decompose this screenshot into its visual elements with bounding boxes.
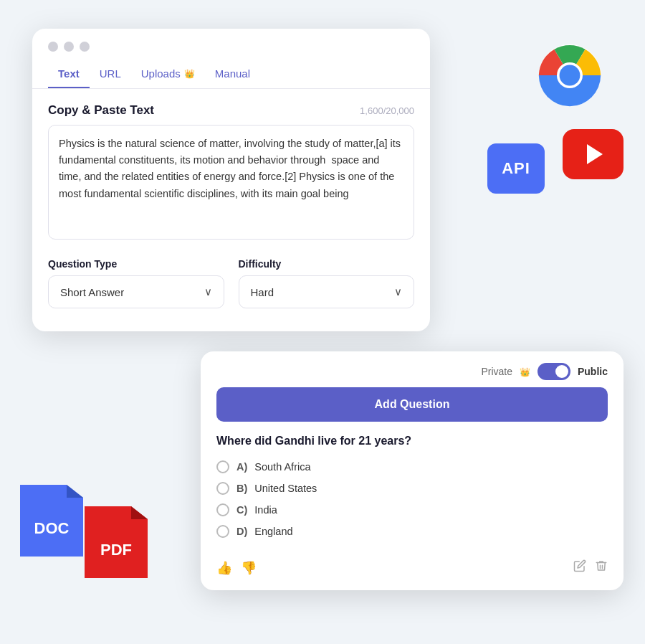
quiz-question-text: Where did Gandhi live for 21 years? <box>201 435 624 456</box>
dot-green <box>80 42 90 52</box>
delete-icon[interactable] <box>595 559 608 576</box>
tab-text[interactable]: Text <box>48 62 90 88</box>
thumbs-up-icon[interactable]: 👍 <box>216 560 232 576</box>
titlebar <box>32 29 430 62</box>
char-count: 1,600/20,000 <box>360 105 414 116</box>
tab-url[interactable]: URL <box>90 62 131 88</box>
quiz-option-c[interactable]: C) India <box>201 499 624 521</box>
private-crown-icon <box>520 366 530 377</box>
chrome-icon <box>538 43 602 108</box>
api-badge: API <box>487 143 545 194</box>
radio-b[interactable] <box>216 482 229 495</box>
difficulty-group: Difficulty Hard ∨ <box>239 258 415 308</box>
question-type-select[interactable]: Short Answer ∨ <box>48 275 224 308</box>
svg-text:PDF: PDF <box>100 541 132 559</box>
svg-marker-4 <box>67 485 83 498</box>
youtube-play-icon <box>587 144 603 164</box>
thumbs-down-icon[interactable]: 👎 <box>241 560 257 576</box>
quiz-reaction-icons: 👍 👎 <box>216 560 257 576</box>
tab-manual[interactable]: Manual <box>205 62 260 88</box>
quiz-options: A) South Africa B) United States C) Indi… <box>201 456 624 542</box>
card-body: Copy & Paste Text 1,600/20,000 Physics i… <box>32 103 430 308</box>
private-label: Private <box>481 366 512 377</box>
difficulty-select[interactable]: Hard ∨ <box>239 275 415 308</box>
visibility-toggle[interactable] <box>538 363 570 380</box>
dot-yellow <box>64 42 74 52</box>
quiz-action-icons <box>573 559 608 576</box>
quiz-option-b[interactable]: B) United States <box>201 478 624 499</box>
svg-text:DOC: DOC <box>34 519 70 537</box>
svg-marker-7 <box>131 506 148 519</box>
quiz-card: Private Public Add Question Where did Ga… <box>201 351 624 590</box>
dot-red <box>48 42 58 52</box>
copy-paste-title: Copy & Paste Text <box>48 103 154 118</box>
text-input-card: Text URL Uploads Manual Copy & Paste Tex… <box>32 29 430 331</box>
input-tabs: Text URL Uploads Manual <box>32 62 430 89</box>
text-section-header: Copy & Paste Text 1,600/20,000 <box>48 103 414 118</box>
quiz-header: Private Public <box>201 351 624 387</box>
quiz-footer: 👍 👎 <box>201 548 624 576</box>
tab-uploads[interactable]: Uploads <box>131 62 205 88</box>
question-type-group: Question Type Short Answer ∨ <box>48 258 224 308</box>
radio-a[interactable] <box>216 460 229 473</box>
text-input[interactable]: Physics is the natural science of matter… <box>48 125 414 240</box>
radio-c[interactable] <box>216 503 229 516</box>
pdf-file-icon: PDF <box>85 506 148 581</box>
difficulty-arrow-icon: ∨ <box>394 285 402 298</box>
uploads-crown-icon <box>184 68 195 79</box>
toggle-thumb <box>555 365 568 378</box>
difficulty-label: Difficulty <box>239 258 415 270</box>
form-row: Question Type Short Answer ∨ Difficulty … <box>48 258 414 308</box>
youtube-icon <box>563 129 624 179</box>
quiz-option-d[interactable]: D) England <box>201 521 624 542</box>
public-label: Public <box>578 366 608 377</box>
question-type-label: Question Type <box>48 258 224 270</box>
quiz-option-a[interactable]: A) South Africa <box>201 456 624 478</box>
add-question-button[interactable]: Add Question <box>216 387 608 422</box>
svg-point-2 <box>560 65 580 86</box>
radio-d[interactable] <box>216 525 229 538</box>
edit-icon[interactable] <box>573 559 586 576</box>
doc-file-icon: DOC <box>20 485 83 559</box>
question-type-arrow-icon: ∨ <box>204 285 212 298</box>
